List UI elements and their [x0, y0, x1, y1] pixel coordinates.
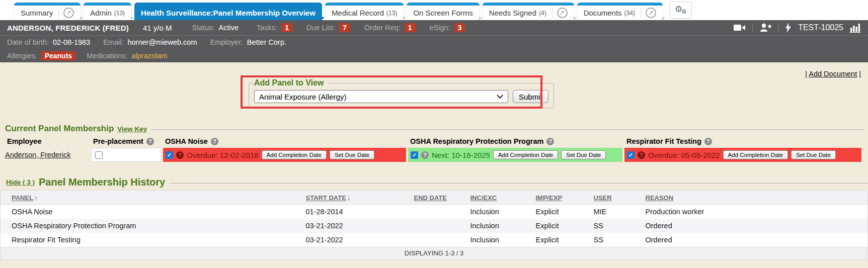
tab-health-surveillance[interactable]: Health Surveillance:Panel Membership Ove…	[134, 3, 322, 20]
order-req-counter: Order Req: 1	[364, 23, 416, 32]
sort-imp-exp-header[interactable]: IMP/EXP	[536, 194, 563, 202]
cell-inc-exc: Inclusion	[459, 233, 525, 247]
cell-start-date: 01-28-2014	[295, 205, 403, 219]
esign-count-badge[interactable]: 3	[454, 23, 465, 32]
help-icon[interactable]: ?	[638, 151, 645, 159]
esign-counter: eSign: 3	[430, 23, 465, 32]
panel-member-checkbox[interactable]: ✓	[627, 151, 635, 159]
order-req-count-badge[interactable]: 1	[405, 23, 416, 32]
status-value: Active	[219, 24, 239, 32]
sort-end-date-header[interactable]: END DATE	[414, 194, 447, 202]
tab-divider	[641, 8, 641, 19]
submit-button[interactable]: Submit	[513, 90, 548, 103]
add-completion-date-button[interactable]: Add Completion Date	[723, 150, 788, 159]
add-person-icon[interactable]	[759, 23, 771, 32]
tab-settings-button[interactable]: ⚙ ⚙	[670, 2, 692, 19]
current-panel-heading: Current Panel Membership View Key	[5, 124, 863, 134]
osha-noise-status: Overdue: 12-02-2018	[187, 151, 259, 159]
sort-panel-header[interactable]: PANEL	[12, 194, 33, 202]
view-key-link[interactable]: View Key	[117, 125, 147, 133]
divider	[778, 23, 778, 32]
history-title: Panel Membership History	[39, 176, 165, 188]
dob-value: 02-08-1983	[53, 38, 90, 46]
employee-cell: Anderson, Frederick	[5, 147, 91, 162]
help-icon[interactable]: ?	[211, 138, 218, 145]
patient-age-sex: 41 y/o M	[143, 24, 172, 32]
cell-reason: Ordered	[635, 219, 868, 233]
set-due-date-button[interactable]: Set Due Date	[561, 150, 606, 159]
cell-end-date	[403, 219, 459, 233]
tab-summary[interactable]: Summary ↗	[14, 3, 81, 20]
cell-panel: Respirator Fit Testing	[1, 233, 295, 247]
add-completion-date-button[interactable]: Add Completion Date	[262, 150, 327, 159]
external-link-icon[interactable]: ↗	[63, 8, 74, 18]
email-group: Email: horner@mieweb.com	[103, 38, 197, 46]
tab-needs-signed-label: Needs Signed	[489, 9, 536, 17]
tab-on-screen-forms[interactable]: On Screen Forms	[407, 3, 479, 20]
panel-member-checkbox[interactable]: ✓	[411, 151, 418, 159]
cell-panel: OSHA Noise	[1, 205, 295, 219]
set-due-date-button[interactable]: Set Due Date	[791, 150, 836, 159]
cell-start-date: 03-21-2022	[295, 219, 403, 233]
due-list-count-badge[interactable]: 7	[339, 23, 350, 32]
medications-label: Medications:	[87, 52, 127, 60]
tab-documents[interactable]: Documents (34) ↗	[577, 3, 663, 20]
sort-desc-icon: ↓	[347, 194, 351, 202]
allergies-label: Allergies:	[7, 52, 37, 60]
sort-reason-header[interactable]: REASON	[646, 194, 674, 202]
tab-medical-record[interactable]: Medical Record (13)	[325, 3, 404, 20]
tab-on-screen-forms-label: On Screen Forms	[413, 9, 472, 17]
col-preplacement-label: Pre-placement	[93, 137, 143, 145]
preplacement-checkbox[interactable]	[95, 151, 103, 159]
employee-link[interactable]: Anderson, Frederick	[5, 151, 71, 159]
hide-history-link[interactable]: Hide ( 3 )	[6, 178, 35, 186]
external-link-icon[interactable]: ↗	[557, 8, 568, 18]
set-due-date-button[interactable]: Set Due Date	[330, 150, 374, 159]
quick-action-lightning-icon[interactable]	[785, 23, 792, 33]
help-icon[interactable]: ?	[421, 151, 429, 159]
medication-link[interactable]: alprazolam	[132, 52, 168, 60]
sort-inc-exc-header[interactable]: INC/EXC	[470, 194, 497, 202]
tasks-count-badge[interactable]: 1	[281, 23, 292, 32]
panel-membership-history-section: Hide ( 3 ) Panel Membership History PANE…	[0, 176, 868, 260]
history-table: PANEL↑ START DATE↓ END DATE INC/EXC IMP/…	[0, 190, 868, 247]
col-respirator-fit-label: Respirator Fit Testing	[626, 137, 701, 145]
current-panel-header-row: Employee Pre-placement? OSHA Noise? OSHA…	[5, 135, 863, 147]
flowsheet-chart-icon[interactable]	[850, 23, 861, 33]
tab-medical-record-label: Medical Record	[332, 9, 384, 17]
history-header-row: PANEL↑ START DATE↓ END DATE INC/EXC IMP/…	[1, 191, 868, 205]
panel-member-checkbox[interactable]: ✓	[166, 151, 173, 159]
patient-alerts-bar: Allergies: Peanuts Medications: alprazol…	[0, 49, 868, 62]
panel-select-value: Animal Exposure (Allergy)	[259, 93, 346, 101]
add-completion-date-button[interactable]: Add Completion Date	[493, 150, 558, 159]
external-link-icon[interactable]: ↗	[646, 8, 656, 18]
col-preplacement: Pre-placement?	[91, 135, 163, 147]
allergy-badge[interactable]: Peanuts	[41, 51, 75, 60]
help-icon[interactable]: ?	[176, 151, 184, 159]
sort-user-header[interactable]: USER	[594, 194, 612, 202]
cell-user: SS	[583, 233, 635, 247]
due-list-counter: Due List: 7	[306, 23, 350, 32]
history-heading: Hide ( 3 ) Panel Membership History	[0, 176, 868, 188]
cell-reason: Ordered	[635, 233, 868, 247]
col-osha-noise-label: OSHA Noise	[165, 137, 208, 145]
sort-start-date-header[interactable]: START DATE	[306, 194, 346, 202]
divider	[752, 23, 753, 32]
osha-respiratory-cell: ✓ ? Next: 10-16-2025 Add Completion Date…	[408, 147, 624, 162]
video-call-icon[interactable]	[734, 24, 746, 32]
help-icon[interactable]: ?	[546, 138, 554, 145]
paging-status: DISPLAYING 1-3 / 3	[0, 247, 868, 260]
tab-needs-signed-count: (4)	[539, 10, 546, 17]
add-document-link[interactable]: Add Document	[809, 70, 857, 78]
help-icon[interactable]: ?	[146, 138, 154, 145]
panel-select[interactable]: Animal Exposure (Allergy)	[254, 90, 508, 103]
tab-needs-signed[interactable]: Needs Signed (4) ↗	[483, 3, 574, 20]
allergies-group: Allergies: Peanuts	[7, 51, 75, 60]
tab-admin-label: Admin	[90, 9, 112, 17]
pipe: |	[805, 70, 807, 78]
cell-end-date	[403, 233, 459, 247]
help-icon[interactable]: ?	[704, 138, 712, 145]
tab-admin[interactable]: Admin (13)	[84, 3, 131, 20]
employer-value: Better Corp.	[247, 38, 286, 46]
status-label: Status:	[192, 24, 214, 32]
